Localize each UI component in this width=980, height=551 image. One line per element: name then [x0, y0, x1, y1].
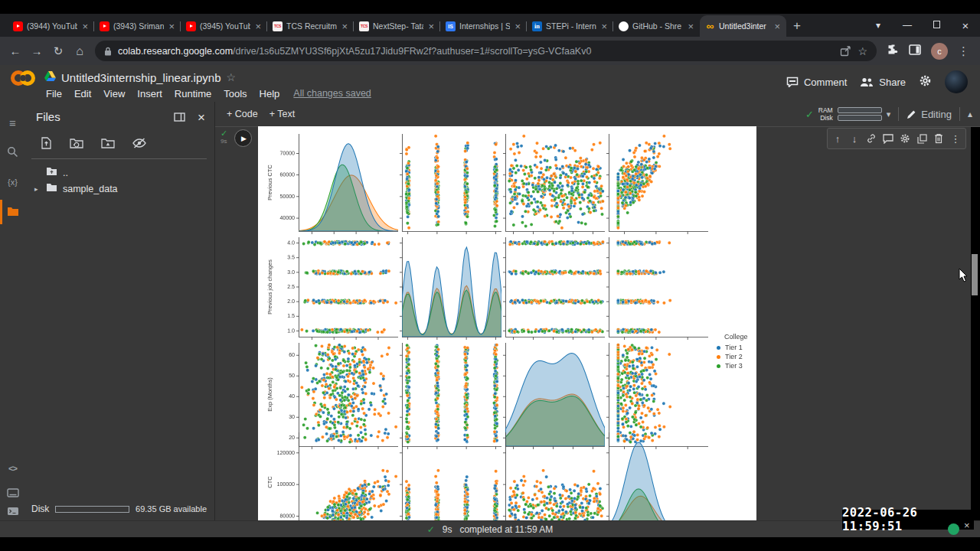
table-of-contents-icon[interactable]: ≡ — [0, 112, 25, 132]
tab-title: GitHub - Shre — [632, 21, 683, 31]
notebook-title[interactable]: Untitled3internship_linear.ipynb — [61, 71, 220, 84]
youtube-favicon-icon — [186, 21, 196, 31]
tab-close-icon[interactable]: × — [687, 21, 694, 32]
tab-close-icon[interactable]: × — [254, 21, 262, 32]
add-comment-icon[interactable] — [880, 129, 897, 148]
open-files-in-tab-icon[interactable] — [174, 111, 185, 125]
browser-tab[interactable]: (3945) YouTub× — [181, 15, 267, 37]
legend-dot-icon — [717, 364, 720, 368]
browser-menu-icon[interactable]: ⋮ — [958, 44, 969, 58]
github-favicon-icon — [619, 21, 629, 31]
browser-tab[interactable]: (3944) YouTub× — [8, 15, 94, 37]
move-cell-down-icon[interactable]: ↓ — [846, 129, 863, 148]
pairplot-legend: CollegeTier 1Tier 2Tier 3 — [717, 333, 748, 370]
extensions-puzzle-icon[interactable] — [887, 44, 899, 58]
browser-tab[interactable]: ISInternships | S× — [440, 15, 527, 37]
browser-tab[interactable]: ∞Untitled3inter× — [700, 15, 786, 37]
execution-status-bar: ✓ 9s completed at 11:59 AM — [0, 520, 980, 537]
files-panel: Files × ..▸sample_data Disk — [25, 102, 215, 520]
menu-insert[interactable]: Insert — [131, 88, 168, 99]
code-snippets-icon[interactable]: <> — [0, 458, 25, 478]
is-favicon-icon: IS — [446, 21, 456, 31]
menu-file[interactable]: File — [40, 88, 68, 99]
comment-icon — [786, 77, 799, 87]
editing-mode-button[interactable]: Editing — [906, 109, 952, 120]
add-text-button[interactable]: + Text — [270, 109, 295, 119]
forward-icon[interactable]: → — [26, 44, 47, 57]
address-bar[interactable]: colab.research.google.com/drive/1s6u5ZMY… — [95, 41, 877, 61]
window-minimize-icon[interactable]: — — [893, 20, 922, 31]
youtube-favicon-icon — [100, 21, 109, 31]
star-notebook-icon[interactable]: ☆ — [226, 71, 236, 83]
files-icon-active[interactable] — [0, 201, 25, 221]
window-restore-icon[interactable] — [922, 20, 951, 31]
resource-monitor[interactable]: ✓ RAMDisk ▾ — [805, 106, 890, 122]
back-icon[interactable]: ← — [5, 44, 26, 57]
add-code-button[interactable]: + Code — [227, 109, 258, 119]
tab-search-chevron-icon[interactable]: ▾ — [864, 20, 893, 31]
settings-gear-icon[interactable] — [919, 74, 932, 90]
share-button[interactable]: Share — [860, 77, 906, 88]
mirror-cell-icon[interactable] — [913, 129, 930, 148]
scrollbar-thumb[interactable] — [972, 254, 978, 295]
browser-tab[interactable]: TCSTCS Recruitme× — [267, 15, 354, 37]
menu-view[interactable]: View — [97, 88, 131, 99]
browser-tab[interactable]: TCSNextStep- Tata× — [354, 15, 440, 37]
tab-close-icon[interactable]: × — [600, 21, 608, 32]
file-item-parent[interactable]: .. — [30, 165, 210, 181]
notebook-toolbar: + Code + Text ✓ RAMDisk ▾ Editing ▴ — [215, 102, 980, 127]
terminal-icon[interactable] — [0, 501, 25, 521]
colab-logo-icon[interactable] — [9, 68, 37, 91]
variables-icon[interactable]: {x} — [0, 172, 25, 192]
menu-edit[interactable]: Edit — [68, 88, 97, 99]
tab-title: (3944) YouTub — [27, 21, 77, 31]
command-palette-icon[interactable] — [0, 483, 25, 503]
tab-close-icon[interactable]: × — [427, 21, 435, 32]
mount-drive-icon[interactable] — [101, 138, 115, 152]
side-panel-icon[interactable] — [909, 44, 921, 58]
menu-help[interactable]: Help — [253, 88, 286, 99]
hidden-files-eye-off-icon[interactable] — [132, 138, 146, 152]
browser-profile-avatar[interactable]: c — [931, 43, 948, 60]
account-avatar[interactable] — [945, 70, 968, 93]
new-tab-button[interactable]: + — [786, 15, 808, 37]
copy-cell-link-icon[interactable] — [863, 129, 880, 148]
recorder-close-icon[interactable]: × — [964, 520, 970, 531]
legend-dot-icon — [717, 346, 720, 350]
comment-button[interactable]: Comment — [786, 77, 847, 88]
browser-tab[interactable]: (3943) Sriman× — [94, 15, 181, 37]
move-cell-up-icon[interactable]: ↑ — [829, 129, 846, 148]
browser-tab[interactable]: inSTEPi - Interns× — [527, 15, 613, 37]
folder-icon — [46, 183, 57, 194]
reload-icon[interactable]: ↻ — [47, 44, 69, 58]
resources-dropdown-icon[interactable]: ▾ — [887, 109, 891, 119]
save-status[interactable]: All changes saved — [293, 88, 371, 99]
tab-close-icon[interactable]: × — [341, 21, 348, 32]
close-files-panel-icon[interactable]: × — [198, 110, 205, 126]
expand-caret-icon[interactable]: ▸ — [34, 185, 41, 193]
cell-more-options-icon[interactable]: ⋮ — [947, 129, 964, 148]
share-page-icon[interactable] — [840, 46, 851, 57]
run-cell-button[interactable]: ▶ — [234, 129, 252, 147]
home-icon[interactable]: ⌂ — [69, 44, 90, 58]
search-icon[interactable] — [0, 142, 25, 161]
file-item-sample-data[interactable]: ▸sample_data — [30, 181, 210, 197]
tab-close-icon[interactable]: × — [81, 21, 89, 32]
connected-check-icon: ✓ — [805, 109, 814, 120]
menu-runtime[interactable]: Runtime — [168, 88, 217, 99]
lock-icon — [104, 47, 112, 56]
delete-cell-icon[interactable] — [930, 129, 947, 148]
menu-tools[interactable]: Tools — [217, 88, 253, 99]
browser-tab[interactable]: GitHub - Shre× — [613, 15, 700, 37]
window-close-icon[interactable]: × — [951, 19, 980, 32]
tab-close-icon[interactable]: × — [168, 21, 175, 32]
refresh-files-icon[interactable] — [70, 138, 83, 152]
collapse-header-icon[interactable]: ▴ — [968, 109, 972, 119]
tab-close-icon[interactable]: × — [773, 21, 781, 32]
people-icon — [860, 77, 874, 87]
upload-file-icon[interactable] — [41, 137, 52, 152]
bookmark-star-icon[interactable]: ☆ — [858, 45, 867, 57]
tab-close-icon[interactable]: × — [514, 21, 521, 32]
cell-settings-gear-icon[interactable] — [897, 129, 913, 148]
colab-favicon-icon: ∞ — [705, 21, 715, 31]
